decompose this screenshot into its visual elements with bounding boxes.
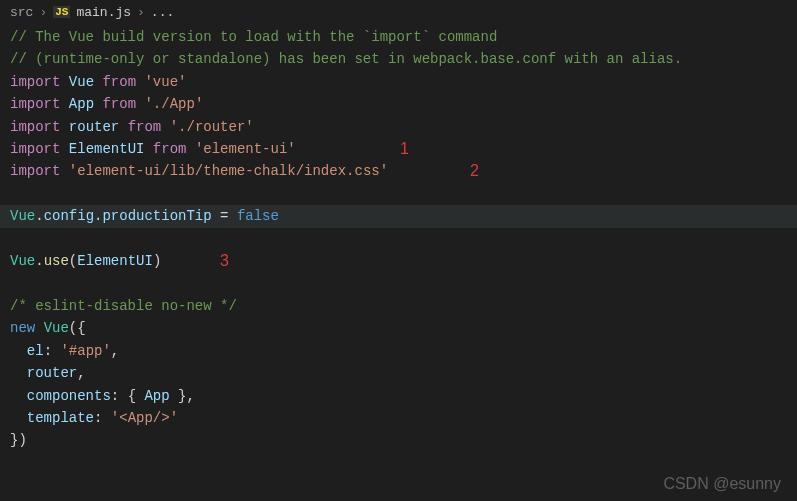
keyword: from bbox=[153, 141, 187, 157]
identifier: Vue bbox=[10, 208, 35, 224]
comment-text: import bbox=[371, 29, 421, 45]
string-literal: './router' bbox=[170, 119, 254, 135]
identifier: App bbox=[69, 96, 94, 112]
string-literal: '#app' bbox=[60, 343, 110, 359]
keyword: new bbox=[10, 320, 35, 336]
code-line[interactable]: // (runtime-only or standalone) has been… bbox=[10, 48, 787, 70]
code-line[interactable]: new Vue({ bbox=[10, 317, 787, 339]
breadcrumb-folder[interactable]: src bbox=[10, 5, 33, 20]
code-line[interactable]: router, bbox=[10, 362, 787, 384]
code-line[interactable]: }) bbox=[10, 429, 787, 451]
comment-text: // (runtime-only or standalone) has been… bbox=[10, 51, 682, 67]
annotation-2: 2 bbox=[470, 160, 479, 182]
string-literal: 'vue' bbox=[144, 74, 186, 90]
punct: ( bbox=[69, 253, 77, 269]
code-line[interactable]: import App from './App' bbox=[10, 93, 787, 115]
code-editor[interactable]: // The Vue build version to load with th… bbox=[0, 24, 797, 462]
identifier: Vue bbox=[44, 320, 69, 336]
property: template bbox=[27, 410, 94, 426]
keyword: from bbox=[102, 74, 136, 90]
code-line[interactable]: import Vue from 'vue' bbox=[10, 71, 787, 93]
chevron-right-icon: › bbox=[137, 5, 145, 20]
identifier: ElementUI bbox=[77, 253, 153, 269]
chevron-right-icon: › bbox=[39, 5, 47, 20]
breadcrumb[interactable]: src › JS main.js › ... bbox=[0, 0, 797, 24]
punct: . bbox=[35, 208, 43, 224]
keyword: import bbox=[10, 119, 60, 135]
punct: : bbox=[111, 388, 119, 404]
punct: { bbox=[128, 388, 136, 404]
code-line[interactable]: // The Vue build version to load with th… bbox=[10, 26, 787, 48]
code-line[interactable]: /* eslint-disable no-new */ bbox=[10, 295, 787, 317]
keyword: import bbox=[10, 96, 60, 112]
code-line[interactable]: Vue.config.productionTip = false bbox=[0, 205, 797, 227]
keyword: import bbox=[10, 74, 60, 90]
punct: , bbox=[186, 388, 194, 404]
code-line[interactable]: template: '<App/>' bbox=[10, 407, 787, 429]
punct: ) bbox=[153, 253, 161, 269]
code-line[interactable]: import ElementUI from 'element-ui'1 bbox=[10, 138, 787, 160]
punct: { bbox=[77, 320, 85, 336]
comment-text: ` command bbox=[422, 29, 498, 45]
property: components bbox=[27, 388, 111, 404]
comment-text: // The Vue build version to load with th… bbox=[10, 29, 371, 45]
code-line[interactable]: import router from './router' bbox=[10, 116, 787, 138]
string-literal: 'element-ui' bbox=[195, 141, 296, 157]
identifier: router bbox=[27, 365, 77, 381]
string-literal: './App' bbox=[144, 96, 203, 112]
property: el bbox=[27, 343, 44, 359]
keyword: import bbox=[10, 163, 60, 179]
identifier: ElementUI bbox=[69, 141, 145, 157]
code-line[interactable] bbox=[10, 228, 787, 250]
punct: ( bbox=[69, 320, 77, 336]
annotation-3: 3 bbox=[220, 250, 229, 272]
watermark: CSDN @esunny bbox=[663, 475, 781, 493]
identifier: router bbox=[69, 119, 119, 135]
code-line[interactable] bbox=[10, 183, 787, 205]
property: productionTip bbox=[102, 208, 211, 224]
code-line[interactable]: import 'element-ui/lib/theme-chalk/index… bbox=[10, 160, 787, 182]
keyword: import bbox=[10, 141, 60, 157]
punct: : bbox=[94, 410, 102, 426]
code-line[interactable] bbox=[10, 272, 787, 294]
punct: = bbox=[220, 208, 228, 224]
keyword: from bbox=[128, 119, 162, 135]
punct: . bbox=[35, 253, 43, 269]
punct: : bbox=[44, 343, 52, 359]
js-file-icon: JS bbox=[53, 6, 70, 18]
breadcrumb-trailing[interactable]: ... bbox=[151, 5, 174, 20]
identifier: Vue bbox=[69, 74, 94, 90]
annotation-1: 1 bbox=[400, 138, 409, 160]
code-line[interactable]: el: '#app', bbox=[10, 340, 787, 362]
punct: , bbox=[111, 343, 119, 359]
punct: ) bbox=[18, 432, 26, 448]
code-line[interactable]: Vue.use(ElementUI)3 bbox=[10, 250, 787, 272]
property: config bbox=[44, 208, 94, 224]
punct: , bbox=[77, 365, 85, 381]
identifier: Vue bbox=[10, 253, 35, 269]
identifier: App bbox=[144, 388, 169, 404]
string-literal: '<App/>' bbox=[111, 410, 178, 426]
keyword: false bbox=[237, 208, 279, 224]
string-literal: 'element-ui/lib/theme-chalk/index.css' bbox=[69, 163, 388, 179]
comment-text: /* eslint-disable no-new */ bbox=[10, 298, 237, 314]
function: use bbox=[44, 253, 69, 269]
code-line[interactable]: components: { App }, bbox=[10, 385, 787, 407]
breadcrumb-filename[interactable]: main.js bbox=[76, 5, 131, 20]
keyword: from bbox=[102, 96, 136, 112]
